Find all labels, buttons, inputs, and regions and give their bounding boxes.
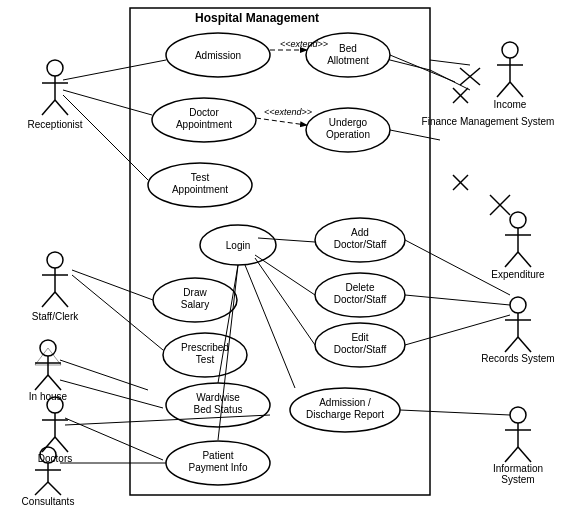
svg-text:Salary: Salary xyxy=(181,299,209,310)
svg-line-6 xyxy=(55,100,68,115)
svg-line-18 xyxy=(48,375,61,390)
svg-text:Payment Info: Payment Info xyxy=(189,462,248,473)
svg-point-2 xyxy=(47,60,63,76)
svg-line-59 xyxy=(505,447,518,462)
actor-receptionist: Receptionist xyxy=(27,60,82,130)
svg-text:System: System xyxy=(501,474,534,485)
svg-text:Doctor: Doctor xyxy=(189,107,219,118)
svg-text:Discharge Report: Discharge Report xyxy=(306,409,384,420)
svg-text:Expenditure: Expenditure xyxy=(491,269,545,280)
svg-line-25 xyxy=(55,437,68,452)
svg-line-31 xyxy=(48,482,61,495)
svg-text:<<extend>>: <<extend>> xyxy=(280,39,328,49)
svg-point-8 xyxy=(47,252,63,268)
svg-text:Prescribed: Prescribed xyxy=(181,342,229,353)
svg-point-56 xyxy=(510,407,526,423)
svg-line-11 xyxy=(42,292,55,307)
svg-text:Appointment: Appointment xyxy=(176,119,232,130)
svg-text:Edit: Edit xyxy=(351,332,368,343)
svg-text:Records System: Records System xyxy=(481,353,554,364)
svg-point-50 xyxy=(510,297,526,313)
svg-line-54 xyxy=(518,337,531,352)
svg-line-5 xyxy=(42,100,55,115)
svg-text:Draw: Draw xyxy=(183,287,207,298)
svg-text:Staff/Clerk: Staff/Clerk xyxy=(32,311,79,322)
svg-line-37 xyxy=(510,82,523,97)
svg-text:Wardwise: Wardwise xyxy=(196,392,240,403)
svg-text:Admission: Admission xyxy=(195,50,241,61)
svg-text:Operation: Operation xyxy=(326,129,370,140)
svg-text:Delete: Delete xyxy=(346,282,375,293)
svg-line-36 xyxy=(497,82,510,97)
svg-text:Finance Management System: Finance Management System xyxy=(422,116,555,127)
svg-text:Doctor/Staff: Doctor/Staff xyxy=(334,344,387,355)
svg-line-60 xyxy=(518,447,531,462)
svg-text:Doctor/Staff: Doctor/Staff xyxy=(334,239,387,250)
svg-text:Bed: Bed xyxy=(339,43,357,54)
svg-line-110 xyxy=(430,60,470,65)
svg-text:Allotment: Allotment xyxy=(327,55,369,66)
svg-line-45 xyxy=(505,252,518,267)
svg-text:Admission /: Admission / xyxy=(319,397,371,408)
actor-finance: Income Finance Management System xyxy=(422,42,555,127)
svg-line-17 xyxy=(35,375,48,390)
actor-inhouse: In house xyxy=(29,340,68,402)
actor-expenditure: Expenditure xyxy=(490,195,545,280)
svg-text:Undergo: Undergo xyxy=(329,117,368,128)
svg-text:Doctor/Staff: Doctor/Staff xyxy=(334,294,387,305)
svg-line-53 xyxy=(505,337,518,352)
svg-text:Receptionist: Receptionist xyxy=(27,119,82,130)
diagram-container: Hospital Management Receptionist Staff/C… xyxy=(0,0,572,505)
svg-text:Test: Test xyxy=(191,172,210,183)
svg-text:<<extend>>: <<extend>> xyxy=(264,107,312,117)
svg-text:Test: Test xyxy=(196,354,215,365)
svg-text:Consultants: Consultants xyxy=(22,496,75,505)
svg-text:Patient: Patient xyxy=(202,450,233,461)
svg-point-33 xyxy=(502,42,518,58)
actor-staff-clerk: Staff/Clerk xyxy=(32,252,79,322)
svg-point-42 xyxy=(510,212,526,228)
svg-text:Income: Income xyxy=(494,99,527,110)
svg-text:Information: Information xyxy=(493,463,543,474)
svg-line-12 xyxy=(55,292,68,307)
svg-line-30 xyxy=(35,482,48,495)
svg-text:Bed Status: Bed Status xyxy=(194,404,243,415)
svg-text:Login: Login xyxy=(226,240,250,251)
actor-records: Records System xyxy=(481,297,554,364)
actor-doctors: Doctors xyxy=(38,397,72,464)
svg-text:Appointment: Appointment xyxy=(172,184,228,195)
svg-text:Add: Add xyxy=(351,227,369,238)
svg-text:Hospital Management: Hospital Management xyxy=(195,11,319,25)
actor-information: Information System xyxy=(493,407,543,485)
diagram-svg: Hospital Management Receptionist Staff/C… xyxy=(0,0,572,505)
svg-line-46 xyxy=(518,252,531,267)
